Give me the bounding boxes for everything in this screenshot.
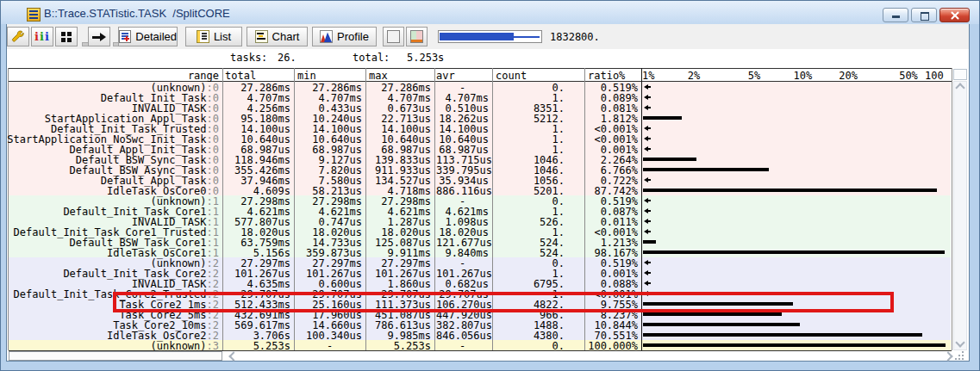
arrow-tail [648, 272, 651, 274]
progress-fill [440, 33, 514, 40]
cell-range: Default_Init_Task_Core2:2 [7, 268, 219, 278]
small-value-arrow-icon [644, 229, 652, 234]
cell-range: (unknown):1 [7, 195, 219, 206]
arrow-tail [648, 86, 651, 88]
cell-avr: 846.056us [436, 330, 489, 340]
cell-ratio: 6.766% [588, 164, 638, 175]
scale-tick-label: 5% [748, 70, 760, 80]
cell-count: 1046. [496, 164, 565, 175]
cell-count: 1. [496, 92, 565, 102]
arrow-tail [648, 138, 651, 139]
cell-avr: 339.795us [436, 164, 489, 175]
chart-button[interactable]: Chart [247, 27, 308, 46]
cell-range: StartApplication_Appl_Task:0 [7, 113, 219, 123]
cell-range: IdleTask_OsCore2:2 [7, 330, 219, 340]
cell-ratio: <0.001% [588, 133, 638, 144]
close-button[interactable] [939, 8, 970, 22]
cell-max: 1.860us [369, 278, 431, 288]
vertical-scrollbar[interactable] [953, 81, 967, 350]
small-value-arrow-icon [644, 260, 652, 265]
cell-range: Default_Appl_Init_Task:0 [7, 144, 219, 154]
cell-max: 4.718ms [369, 185, 431, 195]
column-header-count: count [496, 70, 565, 80]
profile-icon [320, 30, 333, 43]
cell-count: 5212. [496, 113, 565, 123]
maximize-button[interactable] [911, 8, 937, 22]
cell-min: 27.297ms [297, 257, 362, 268]
cell-max: 139.833us [369, 154, 431, 164]
list-button[interactable]: List [185, 27, 242, 46]
detailed-button[interactable]: Detailed [118, 27, 178, 46]
arrow-tail [648, 220, 651, 222]
ratio-bar [643, 312, 782, 316]
trace32-statistics-window: B::Trace.STATistic.TASK /SplitCORE iii D… [0, 0, 980, 371]
cell-max: 68.987us [369, 144, 431, 154]
cell-avr: 886.116us [436, 185, 489, 195]
cell-count: 1488. [496, 319, 565, 330]
small-value-arrow-icon [644, 281, 652, 286]
cell-total: 5.253s [225, 340, 290, 350]
cell-total: 3.706s [225, 330, 290, 340]
cell-ratio: 0.089% [588, 92, 638, 102]
small-value-arrow-icon [644, 95, 652, 100]
cell-total: 4.635ms [225, 278, 290, 288]
cell-count: 1056. [496, 175, 565, 185]
profile-button[interactable]: Profile [312, 27, 377, 46]
ratio-bar [643, 240, 656, 244]
cell-ratio: 0.519% [588, 195, 638, 206]
tasks-label: tasks: [230, 52, 267, 64]
cell-total: 27.297ms [225, 257, 290, 268]
cell-ratio: 0.088% [588, 278, 638, 288]
small-value-arrow-icon [644, 126, 652, 131]
scrollbar-corner-box[interactable] [953, 69, 967, 80]
goto-button[interactable] [88, 27, 110, 46]
task-name: (unknown) [151, 340, 207, 352]
chart-icon [255, 30, 268, 43]
plain-view-button[interactable] [383, 27, 404, 46]
grid-icon [61, 32, 72, 42]
cell-total: 101.267us [225, 268, 290, 278]
cell-total: 95.180ms [225, 113, 290, 123]
cell-ratio: 2.264% [588, 154, 638, 164]
trace32-window-icon [27, 8, 41, 22]
minimize-icon [892, 15, 900, 18]
ratio-bar [643, 168, 769, 171]
icon-stripe [29, 17, 38, 19]
ratio-bar [643, 189, 937, 192]
cell-count: 526. [496, 216, 565, 226]
cell-ratio: 0.081% [588, 102, 638, 113]
cell-total: 27.298ms [225, 195, 290, 206]
cell-total: 14.100us [225, 123, 290, 133]
minimize-button[interactable] [883, 8, 908, 22]
cell-max: 4.707ms [369, 92, 431, 102]
cell-range: Default_Appl_Task:0 [7, 175, 219, 185]
groups-button[interactable]: iii [31, 27, 53, 46]
cell-range: Default_BSW_Sync_Task:0 [7, 154, 219, 164]
setup-button[interactable] [7, 27, 29, 46]
scale-tick-label: 2% [688, 70, 700, 80]
resize-grip-icon[interactable] [962, 351, 964, 353]
small-value-arrow-icon [644, 177, 652, 182]
cell-count: 0. [496, 340, 565, 350]
cell-total: 4.256ms [225, 102, 290, 113]
total-label: total: [353, 52, 390, 64]
core-id: :3 [207, 340, 219, 352]
cell-max: 27.297ms [369, 257, 431, 268]
cell-ratio: 0.087% [588, 206, 638, 216]
small-value-arrow-icon [644, 208, 652, 213]
color-view-button[interactable] [406, 27, 428, 46]
right-arrow-icon [92, 32, 106, 42]
rgb-bars-icon: iii [34, 30, 50, 43]
small-value-arrow-icon [644, 146, 652, 151]
cell-total: 27.286ms [225, 82, 290, 92]
cell-min: 68.987us [297, 144, 362, 154]
tasks-value: 26. [278, 52, 296, 64]
cell-count: 1. [496, 206, 565, 216]
cell-avr: - [436, 340, 489, 350]
column-header-range: range [7, 70, 219, 80]
cell-min: 9.127us [297, 154, 362, 164]
progress-line [513, 36, 540, 38]
cell-count: 1046. [496, 154, 565, 164]
icon-stripe [29, 10, 38, 12]
grid-button[interactable] [55, 27, 78, 46]
